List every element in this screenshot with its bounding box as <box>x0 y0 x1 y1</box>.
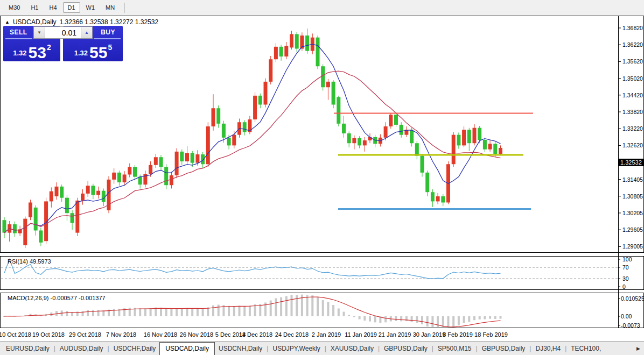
tab-scroll-right-icon[interactable]: ▶ <box>636 346 640 351</box>
volume-input[interactable] <box>45 27 81 38</box>
macd-histogram-bar <box>374 316 376 322</box>
buy-price-prefix: 1.32 <box>74 49 88 57</box>
chart-header: ▲ USDCAD,Daily 1.32366 1.32538 1.32272 1… <box>5 18 158 26</box>
timeframe-d1-button[interactable]: D1 <box>63 2 80 13</box>
candle <box>71 213 74 223</box>
candle <box>138 177 142 185</box>
sell-button[interactable]: SELL <box>10 29 27 36</box>
timeframe-mn-button[interactable]: MN <box>101 2 120 13</box>
chart-tab-bar: EURUSD,Daily|AUDUSD,Daily|USDCHF,DailyUS… <box>0 341 644 355</box>
macd-histogram-bar <box>489 316 491 319</box>
candle <box>415 143 419 155</box>
macd-histogram-bar <box>416 316 418 323</box>
timeframe-w1-button[interactable]: W1 <box>81 2 100 13</box>
candle <box>232 135 236 146</box>
collapse-panel-icon[interactable]: ▲ <box>5 19 10 25</box>
sell-underline <box>5 38 32 39</box>
trading-terminal: M30 H1 H4 D1 W1 MN 1.368201.362201.35620… <box>0 0 644 355</box>
candle <box>29 202 32 217</box>
macd-histogram-bar <box>191 308 193 316</box>
candle <box>149 165 152 174</box>
rsi-tick-label: 70 <box>622 264 629 271</box>
macd-histogram-bar <box>259 304 261 316</box>
chart-tab-audusd[interactable]: AUDUSD,Daily <box>56 343 107 354</box>
macd-histogram-bar <box>359 316 361 320</box>
candle <box>133 167 137 176</box>
chart-canvas[interactable]: 1.368201.362201.356201.350201.344201.338… <box>0 15 644 341</box>
chart-tab-xauusd[interactable]: XAUUSD,Daily <box>327 343 377 354</box>
tab-separator: | <box>108 345 109 352</box>
macd-histogram-bar <box>484 316 486 319</box>
timeframe-m30-button[interactable]: M30 <box>4 2 25 13</box>
macd-histogram-bar <box>176 309 178 316</box>
candle <box>258 96 262 105</box>
macd-histogram-bar <box>243 306 246 316</box>
tab-separator: | <box>267 345 268 352</box>
candle <box>159 157 163 167</box>
candle <box>75 201 79 233</box>
buy-button[interactable]: BUY <box>101 29 115 36</box>
candle <box>316 38 320 67</box>
macd-histogram-bar <box>207 307 209 316</box>
candle <box>352 138 356 143</box>
candle <box>264 82 268 105</box>
volume-decrease-button[interactable]: ▼ <box>34 27 45 38</box>
macd-histogram-bar <box>343 312 345 316</box>
candle <box>55 187 59 196</box>
candle <box>410 130 414 143</box>
candle <box>421 156 424 173</box>
macd-histogram-bar <box>369 316 371 322</box>
chart-tab-usdjpy[interactable]: USDJPY,Weekly <box>269 343 324 354</box>
timeframe-h1-button[interactable]: H1 <box>26 2 43 13</box>
candle <box>457 135 460 146</box>
candle <box>123 174 127 182</box>
macd-histogram-bar <box>197 308 199 316</box>
candle <box>65 198 69 214</box>
chart-tab-gbpusd[interactable]: GBPUSD,Daily <box>478 343 529 354</box>
chart-tab-usdcnh[interactable]: USDCNH,Daily <box>215 343 266 354</box>
candle <box>86 186 90 194</box>
price-tick-label: 1.33820 <box>622 109 643 115</box>
macd-histogram-bar <box>144 309 146 316</box>
candle <box>363 140 367 145</box>
candle <box>23 219 27 245</box>
candle <box>102 191 106 202</box>
macd-histogram-bar <box>317 297 319 316</box>
candle <box>112 173 116 180</box>
tab-separator: | <box>325 345 326 352</box>
candle <box>164 167 168 185</box>
macd-histogram-bar <box>458 316 460 325</box>
chart-tab-gbpusd[interactable]: GBPUSD,Daily <box>380 343 431 354</box>
macd-histogram-bar <box>113 309 115 316</box>
tab-separator: | <box>54 345 55 352</box>
price-tick-label: 1.30205 <box>622 210 643 216</box>
rsi-label: RSI(14) 49.5973 <box>8 258 51 265</box>
date-tick-label: 11 Jan 2019 <box>345 331 377 338</box>
date-tick-label: 8 Feb 2019 <box>443 331 473 338</box>
buy-price: 1.32 55 5 <box>63 46 123 60</box>
date-tick-label: 16 Nov 2018 <box>144 331 177 338</box>
candle <box>191 153 194 162</box>
volume-increase-button[interactable]: ▲ <box>81 27 92 38</box>
chart-tab-tech100[interactable]: TECH100, <box>567 343 605 354</box>
chart-tab-usdcad[interactable]: USDCAD,Daily <box>159 342 215 355</box>
chart-tab-eurusd[interactable]: EURUSD,Daily <box>2 343 53 354</box>
toolbar-separator <box>124 3 125 13</box>
rsi-tick-label: 100 <box>622 256 632 262</box>
macd-histogram-bar <box>254 304 256 316</box>
timeframe-h4-button[interactable]: H4 <box>44 2 61 13</box>
date-tick-label: 7 Nov 2018 <box>106 331 136 338</box>
macd-histogram-bar <box>500 316 502 319</box>
rsi-tick-label: 0 <box>622 283 626 290</box>
volume-control: ▼ ▲ <box>33 26 93 39</box>
date-tick-label: 21 Jan 2019 <box>379 331 411 338</box>
chart-tab-usdchf[interactable]: USDCHF,Daily <box>110 343 160 354</box>
candle <box>206 126 210 164</box>
candle <box>13 224 17 233</box>
chart-tab-sp500[interactable]: SP500,M15 <box>434 343 475 354</box>
macd-histogram-bar <box>442 316 444 327</box>
macd-histogram-bar <box>479 316 481 320</box>
chart-tab-dj30[interactable]: DJ30,H4 <box>531 343 564 354</box>
macd-histogram-bar <box>170 309 172 316</box>
macd-histogram-bar <box>218 304 220 316</box>
